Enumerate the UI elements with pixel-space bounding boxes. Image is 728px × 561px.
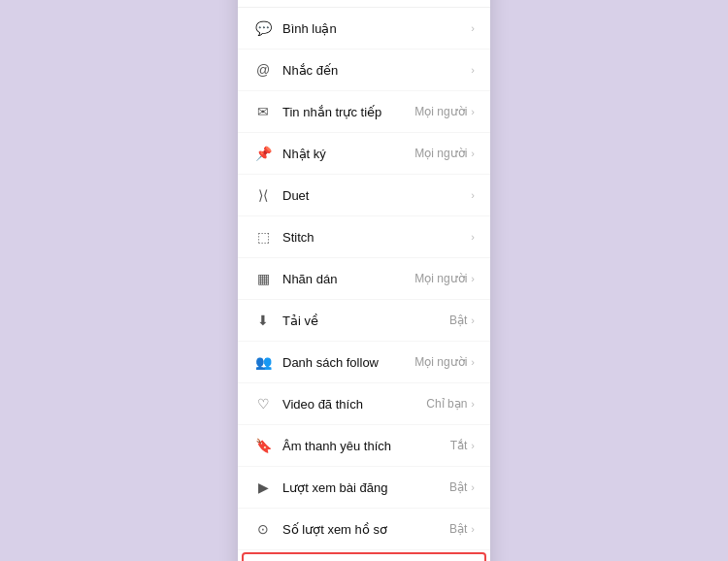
video-da-thich-icon: ♡	[253, 394, 273, 413]
so-luot-xem-chevron: ›	[471, 523, 475, 535]
menu-item-tai-khoan-bi-chan[interactable]: ⊘Tài khoản bị chặn›	[242, 552, 486, 561]
binh-luan-label: Bình luận	[282, 21, 471, 36]
nhat-ky-label: Nhật ký	[282, 147, 414, 161]
nhan-dan-label: Nhãn dán	[282, 272, 414, 286]
binh-luan-icon: 💬	[253, 18, 273, 38]
so-luot-xem-value: Bật	[449, 522, 467, 536]
binh-luan-chevron: ›	[471, 22, 475, 34]
so-luot-xem-label: Số lượt xem hồ sơ	[282, 522, 449, 537]
tai-ve-chevron: ›	[471, 314, 475, 326]
menu-item-tai-ve[interactable]: ⬇Tải vềBật›	[238, 300, 490, 342]
tai-ve-icon: ⬇	[253, 311, 273, 330]
nhan-dan-chevron: ›	[471, 273, 475, 284]
menu-item-nhat-ky[interactable]: 📌Nhật kýMọi người›	[238, 133, 490, 175]
phone-container: ← Quyền riêng tư 💬Bình luận›@Nhắc đến›✉T…	[238, 0, 490, 561]
luot-xem-bai-dang-icon: ▶	[253, 478, 273, 497]
duet-chevron: ›	[471, 189, 475, 201]
nhat-ky-value: Mọi người	[414, 147, 467, 160]
tin-nhan-label: Tin nhắn trực tiếp	[282, 105, 414, 119]
nhac-den-icon: @	[253, 60, 273, 80]
danh-sach-follow-value: Mọi người	[414, 355, 467, 369]
nhat-ky-chevron: ›	[471, 148, 475, 159]
am-thanh-yeu-thich-label: Âm thanh yêu thích	[282, 439, 450, 453]
nhan-dan-icon: ▦	[253, 269, 273, 288]
menu-list: 💬Bình luận›@Nhắc đến›✉Tin nhắn trực tiếp…	[238, 8, 490, 561]
duet-icon: ⟩⟨	[253, 185, 273, 205]
menu-item-duet[interactable]: ⟩⟨Duet›	[238, 175, 490, 216]
tin-nhan-icon: ✉	[253, 102, 273, 121]
stitch-icon: ⬚	[253, 227, 273, 247]
tai-ve-label: Tải về	[282, 314, 449, 328]
header: ← Quyền riêng tư	[238, 0, 490, 8]
menu-item-danh-sach-follow[interactable]: 👥Danh sách followMọi người›	[238, 342, 490, 383]
menu-item-so-luot-xem[interactable]: ⊙Số lượt xem hồ sơBật›	[238, 509, 490, 550]
luot-xem-bai-dang-label: Lượt xem bài đăng	[282, 480, 449, 495]
menu-item-luot-xem-bai-dang[interactable]: ▶Lượt xem bài đăngBật›	[238, 467, 490, 509]
danh-sach-follow-icon: 👥	[253, 352, 273, 372]
am-thanh-yeu-thich-icon: 🔖	[253, 436, 273, 455]
menu-item-video-da-thich[interactable]: ♡Video đã thíchChỉ bạn›	[238, 383, 490, 425]
tai-ve-value: Bật	[449, 314, 467, 327]
danh-sach-follow-chevron: ›	[471, 356, 475, 368]
menu-item-nhan-dan[interactable]: ▦Nhãn dánMọi người›	[238, 258, 490, 300]
tin-nhan-chevron: ›	[471, 106, 475, 117]
tin-nhan-value: Mọi người	[414, 105, 467, 118]
nhan-dan-value: Mọi người	[414, 272, 467, 285]
menu-item-binh-luan[interactable]: 💬Bình luận›	[238, 8, 490, 50]
am-thanh-yeu-thich-value: Tắt	[450, 439, 468, 452]
video-da-thich-label: Video đã thích	[282, 397, 426, 412]
duet-label: Duet	[282, 188, 471, 203]
video-da-thich-value: Chỉ bạn	[426, 397, 467, 411]
menu-item-nhac-den[interactable]: @Nhắc đến›	[238, 50, 490, 91]
luot-xem-bai-dang-value: Bật	[449, 480, 467, 494]
menu-item-stitch[interactable]: ⬚Stitch›	[238, 216, 490, 258]
so-luot-xem-icon: ⊙	[253, 519, 273, 539]
nhat-ky-icon: 📌	[253, 144, 273, 163]
danh-sach-follow-label: Danh sách follow	[282, 355, 414, 370]
nhac-den-label: Nhắc đến	[282, 63, 471, 78]
menu-item-am-thanh-yeu-thich[interactable]: 🔖Âm thanh yêu thíchTắt›	[238, 425, 490, 467]
stitch-label: Stitch	[282, 230, 471, 245]
video-da-thich-chevron: ›	[471, 398, 475, 410]
luot-xem-bai-dang-chevron: ›	[471, 481, 475, 493]
stitch-chevron: ›	[471, 231, 475, 243]
am-thanh-yeu-thich-chevron: ›	[471, 440, 475, 451]
menu-item-tin-nhan[interactable]: ✉Tin nhắn trực tiếpMọi người›	[238, 91, 490, 133]
nhac-den-chevron: ›	[471, 64, 475, 76]
